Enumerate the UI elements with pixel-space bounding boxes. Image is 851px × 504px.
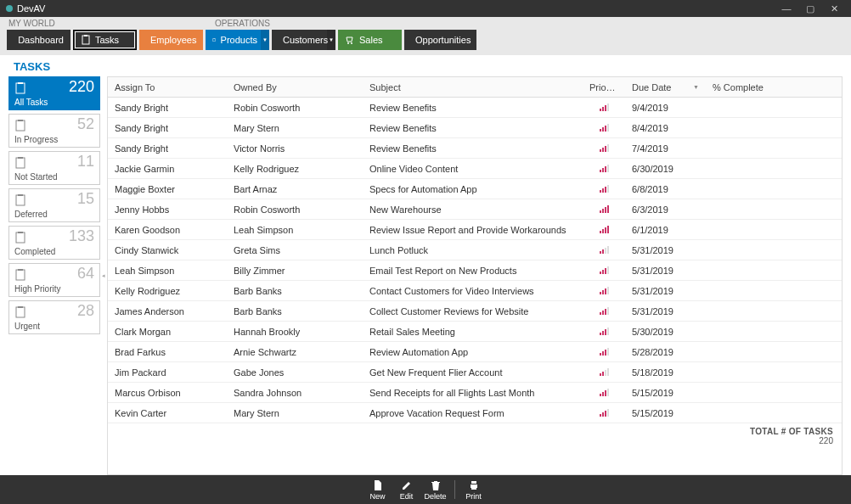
ribbon: MY WORLD OPERATIONS Dashboard Tasks Empl…	[0, 17, 851, 55]
new-button[interactable]: New	[365, 479, 391, 501]
sidebar-item-completed[interactable]: 133 Completed	[8, 226, 100, 260]
nav-tasks[interactable]: Tasks	[73, 30, 137, 50]
svg-rect-26	[16, 270, 25, 280]
cell-priority	[583, 347, 625, 357]
window-minimize-button[interactable]: —	[775, 3, 798, 14]
cell-priority	[583, 245, 625, 255]
cell-subject: Review Issue Report and Provide Workarou…	[363, 225, 583, 235]
table-row[interactable]: Karen Goodson Leah Simpson Review Issue …	[108, 220, 842, 240]
cell-assign: Kelly Rodriguez	[108, 286, 227, 296]
cell-duedate: 7/4/2019	[625, 143, 706, 154]
cell-assign: Clark Morgan	[108, 327, 227, 337]
cell-subject: Retail Sales Meeting	[363, 327, 583, 337]
sidebar-item-high-priority[interactable]: 64 High Priority	[8, 263, 100, 297]
nav-employees[interactable]: Employees	[139, 30, 203, 50]
clipboard-clock-icon	[14, 156, 27, 170]
divider	[454, 480, 455, 499]
table-row[interactable]: Sandy Bright Victor Norris Review Benefi…	[108, 138, 842, 159]
table-row[interactable]: Kelly Rodriguez Barb Banks Contact Custo…	[108, 281, 842, 301]
table-row[interactable]: Jim Packard Gabe Jones Get New Frequent …	[108, 362, 842, 383]
cell-assign: Maggie Boxter	[108, 184, 227, 194]
sidebar-item-all-tasks[interactable]: 220 All Tasks	[8, 76, 100, 110]
table-row[interactable]: James Anderson Barb Banks Collect Custom…	[108, 301, 842, 322]
cell-duedate: 5/18/2019	[625, 367, 706, 378]
clipboard-arrow-icon	[14, 119, 27, 132]
cell-priority	[583, 164, 625, 174]
svg-rect-19	[18, 120, 23, 121]
cell-assign: Marcus Orbison	[108, 388, 227, 398]
table-row[interactable]: Marcus Orbison Sandra Johnson Send Recei…	[108, 383, 842, 403]
cell-priority	[583, 306, 625, 316]
col-pct[interactable]: % Complete	[706, 82, 842, 92]
cell-subject: Review Automation App	[363, 347, 583, 357]
cell-assign: Sandy Bright	[108, 123, 227, 133]
table-row[interactable]: Clark Morgan Hannah Brookly Retail Sales…	[108, 322, 842, 342]
priority-bars-icon	[600, 408, 609, 417]
cell-duedate: 6/1/2019	[625, 225, 706, 235]
sidebar-label: Not Started	[14, 172, 58, 182]
sidebar-item-urgent[interactable]: 28 Urgent	[8, 300, 100, 334]
cell-duedate: 8/4/2019	[625, 123, 706, 133]
nav-dashboard[interactable]: Dashboard	[7, 30, 70, 50]
cell-assign: Leah Simpson	[108, 266, 227, 276]
print-button[interactable]: Print	[461, 479, 487, 501]
clipboard-icon	[14, 81, 27, 95]
cell-subject: Review Benefits	[363, 123, 583, 133]
col-priority[interactable]: Priority	[583, 82, 625, 92]
sort-desc-icon: ▼	[693, 84, 699, 90]
table-row[interactable]: Kevin Carter Mary Stern Approve Vacation…	[108, 403, 842, 423]
cell-subject: Contact Customers for Video Interviews	[363, 286, 583, 296]
sidebar-item-deferred[interactable]: 15 Deferred	[8, 188, 100, 222]
sidebar-item-in-progress[interactable]: 52 In Progress	[8, 114, 100, 148]
grid-header: Assign To Owned By Subject Priority Due …	[108, 77, 842, 98]
priority-bars-icon	[600, 306, 609, 315]
cell-assign: Brad Farkus	[108, 347, 227, 357]
nav-sales[interactable]: Sales	[338, 30, 402, 50]
sidebar-item-not-started[interactable]: 11 Not Started	[8, 151, 100, 185]
table-row[interactable]: Brad Farkus Arnie Schwartz Review Automa…	[108, 342, 842, 362]
cell-assign: Jenny Hobbs	[108, 204, 227, 215]
svg-rect-17	[18, 82, 23, 84]
cell-owned: Mary Stern	[227, 408, 363, 418]
edit-icon	[401, 479, 413, 491]
col-subject[interactable]: Subject	[363, 82, 583, 92]
edit-button[interactable]: Edit	[394, 479, 420, 501]
col-duedate[interactable]: Due Date▼	[625, 82, 706, 92]
table-row[interactable]: Cindy Stanwick Greta Sims Lunch Potluck …	[108, 240, 842, 260]
svg-rect-6	[84, 35, 87, 36]
nav-opportunities[interactable]: Opportunities	[404, 30, 476, 50]
ribbon-group-operations: OPERATIONS	[215, 19, 270, 28]
splitter-handle[interactable]: ◂	[100, 76, 107, 475]
window-maximize-button[interactable]: ▢	[798, 3, 822, 14]
table-row[interactable]: Jenny Hobbs Robin Cosworth New Warehours…	[108, 199, 842, 220]
svg-rect-29	[18, 306, 23, 308]
cell-owned: Sandra Johnson	[227, 388, 363, 398]
table-row[interactable]: Sandy Bright Robin Cosworth Review Benef…	[108, 98, 842, 118]
priority-bars-icon	[600, 327, 609, 335]
priority-bars-icon	[600, 367, 609, 376]
sidebar-label: Completed	[14, 247, 55, 256]
window-close-button[interactable]: ✕	[822, 3, 846, 14]
priority-bars-icon	[600, 245, 609, 254]
delete-button[interactable]: Delete	[423, 479, 448, 501]
app-title: DevAV	[17, 3, 45, 14]
table-row[interactable]: Jackie Garmin Kelly Rodriguez Online Vid…	[108, 159, 842, 179]
cell-priority	[583, 143, 625, 154]
svg-rect-28	[16, 307, 25, 317]
table-row[interactable]: Maggie Boxter Bart Arnaz Specs for Autom…	[108, 179, 842, 199]
col-owned[interactable]: Owned By	[227, 82, 363, 92]
cell-subject: Get New Frequent Flier Account	[363, 367, 583, 378]
cell-priority	[583, 204, 625, 215]
cell-subject: Send Receipts for all Flights Last Month	[363, 388, 583, 398]
col-assign[interactable]: Assign To	[108, 82, 227, 92]
table-row[interactable]: Sandy Bright Mary Stern Review Benefits …	[108, 118, 842, 138]
svg-rect-21	[18, 157, 23, 159]
priority-bars-icon	[600, 184, 609, 193]
chevron-down-icon[interactable]: ▼	[261, 30, 269, 50]
chevron-down-icon[interactable]: ▼	[327, 30, 335, 50]
cell-owned: Gabe Jones	[227, 367, 363, 378]
nav-customers[interactable]: Customers▼	[272, 30, 335, 50]
svg-rect-5	[82, 36, 89, 44]
table-row[interactable]: Leah Simpson Billy Zimmer Email Test Rep…	[108, 260, 842, 281]
nav-products[interactable]: Products▼	[206, 30, 269, 50]
